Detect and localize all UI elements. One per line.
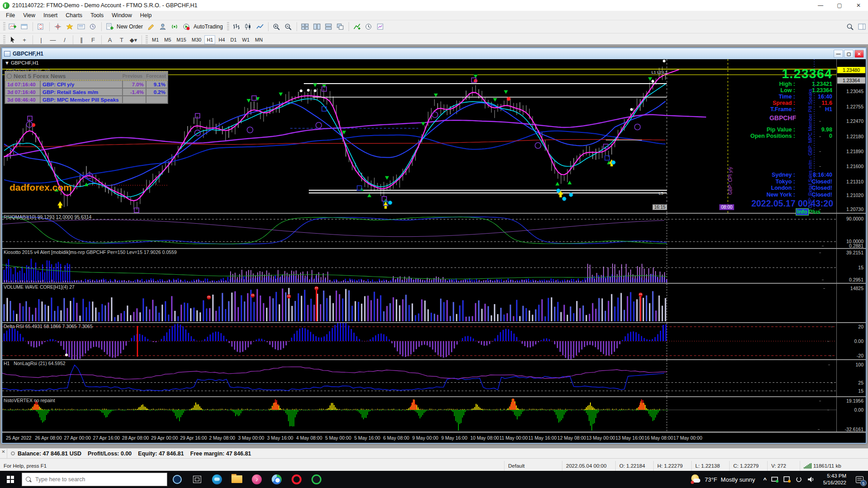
experts-icon[interactable] (158, 22, 169, 32)
cascade-icon[interactable] (335, 22, 346, 32)
templates-icon[interactable] (375, 22, 386, 32)
pane-rsiqma-scale[interactable]: 90.000010.00000.2881 (836, 214, 866, 248)
taskbar-app-opera[interactable] (287, 471, 307, 488)
autotrading-label[interactable]: AutoTrading (193, 23, 223, 30)
action-center-button[interactable]: 5 (851, 471, 868, 488)
tile-windows-icon[interactable] (300, 22, 311, 32)
layout-icon[interactable] (857, 22, 868, 32)
search-icon[interactable] (845, 22, 856, 32)
fibonacci-tool-icon[interactable]: F (88, 35, 99, 45)
chart-body[interactable]: GBP: CPI y/yGBP: Retail Sales m/m - GBP:… (2, 59, 866, 443)
chart-minimize-button[interactable]: — (834, 50, 843, 58)
display-tray-icon[interactable] (783, 476, 791, 483)
candlestick-chart-icon[interactable] (243, 22, 254, 32)
indicator-pane-histovertex[interactable]: histoVERTEX no repaint19.19560.00-32.616… (2, 397, 866, 432)
signals-icon[interactable] (170, 22, 180, 32)
histovertex-plot[interactable] (2, 397, 836, 432)
menu-help[interactable]: Help (136, 11, 156, 19)
delta-plot[interactable] (2, 323, 836, 359)
menu-view[interactable]: View (19, 11, 39, 19)
balance-bar-close[interactable]: ✕ (0, 449, 7, 458)
indicator-pane-rsiqma[interactable]: RSIQMA[5](10) 99.1293 12.0000 95.631490.… (2, 214, 866, 248)
menu-charts[interactable]: Charts (61, 11, 86, 19)
indicator-pane-kiosotto[interactable]: Kiosotto 2015 v4 Alert [mobidik]ms-nrp G… (2, 249, 866, 283)
arrange-horizontal-icon[interactable] (323, 22, 334, 32)
tray-expand-icon[interactable]: ^ (763, 476, 767, 483)
new-order-icon[interactable] (104, 22, 115, 32)
market-watch-icon[interactable] (36, 22, 47, 32)
pane-splitter[interactable] (2, 396, 866, 397)
taskbar-app-explorer[interactable] (227, 471, 247, 488)
indicator-pane-delta[interactable]: Delta RSI 65.4931 58.1866 7.3065 7.30652… (2, 323, 866, 359)
chart-window-titlebar[interactable]: GBPCHF,H1 — ▢ ✕ (2, 48, 866, 59)
pane-histovertex-scale[interactable]: 19.19560.00-32.6161 (836, 397, 866, 432)
menu-insert[interactable]: Insert (39, 11, 61, 19)
periods-icon[interactable] (363, 22, 374, 32)
strategy-tester-icon[interactable] (88, 22, 99, 32)
main-price-pane[interactable]: GBP: CPI y/yGBP: Retail Sales m/m - GBP:… (2, 59, 866, 213)
chart-restore-button[interactable]: ▢ (844, 50, 854, 58)
timeframe-h1[interactable]: H1 (204, 35, 215, 44)
close-button[interactable]: ✕ (849, 0, 868, 11)
pane-splitter[interactable] (2, 322, 866, 323)
network-tray-icon[interactable] (771, 476, 779, 483)
menu-file[interactable]: File (2, 11, 19, 19)
horizontal-line-tool-icon[interactable]: — (47, 35, 58, 45)
taskbar-app-chrome[interactable] (267, 471, 287, 488)
metaeditor-icon[interactable] (146, 22, 157, 32)
timeframe-w1[interactable]: W1 (240, 35, 252, 44)
indicator-pane-volume[interactable]: VOLUME WAVE CORE[H1](4) 2714825 (2, 284, 866, 322)
timeframe-h4[interactable]: H4 (216, 35, 227, 44)
timeframe-d1[interactable]: D1 (228, 35, 239, 44)
rsiqma-plot[interactable] (2, 214, 836, 248)
new-chart-icon[interactable] (7, 22, 18, 32)
task-view-button[interactable] (187, 471, 207, 488)
taskbar-weather[interactable]: 73°F Mostly sunny (686, 474, 760, 485)
shapes-tool-icon[interactable]: ◆▾ (128, 35, 139, 45)
menu-window[interactable]: Window (108, 11, 136, 19)
timeframe-mn[interactable]: MN (253, 35, 265, 44)
chart-close-button[interactable]: ✕ (854, 50, 864, 58)
volume-tray-icon[interactable] (807, 476, 815, 483)
text-tool-icon[interactable]: A (104, 35, 115, 45)
taskbar-app-music[interactable]: ♪ (247, 471, 267, 488)
cortana-button[interactable] (167, 471, 187, 488)
navigator-icon[interactable] (64, 22, 75, 32)
autotrading-icon[interactable] (181, 22, 192, 32)
menu-tools[interactable]: Tools (86, 11, 108, 19)
zoom-out-icon[interactable] (283, 22, 294, 32)
search-input[interactable] (35, 476, 148, 483)
crosshair-tool-icon[interactable]: + (19, 35, 30, 45)
start-button[interactable] (0, 471, 21, 488)
timeframe-m1[interactable]: M1 (150, 35, 161, 44)
arrange-vertical-icon[interactable] (311, 22, 322, 32)
vertical-line-tool-icon[interactable]: | (36, 35, 47, 45)
new-order-label[interactable]: New Order (117, 23, 143, 30)
timeframe-m30[interactable]: M30 (189, 35, 203, 44)
taskbar-app-green[interactable] (307, 471, 326, 488)
pane-splitter[interactable] (2, 432, 866, 432)
terminal-icon[interactable] (76, 22, 87, 32)
profiles-icon[interactable] (19, 22, 30, 32)
volume-plot[interactable] (2, 284, 836, 322)
price-scale[interactable]: 1.234801.233641.230451.227551.224701.221… (836, 59, 866, 213)
equidistant-channel-tool-icon[interactable]: ∥ (76, 35, 87, 45)
pane-delta-scale[interactable]: 200.00-20 (836, 323, 866, 359)
taskbar-search[interactable] (22, 473, 167, 486)
pane-splitter[interactable] (2, 283, 866, 284)
status-profile[interactable]: Default (505, 461, 562, 471)
minimize-button[interactable]: — (811, 0, 830, 11)
timeframe-m15[interactable]: M15 (175, 35, 189, 44)
nonlag-plot[interactable] (2, 360, 836, 396)
timeframe-m5[interactable]: M5 (162, 35, 173, 44)
pane-volume-scale[interactable]: 14825 (836, 284, 866, 322)
bar-chart-icon[interactable] (231, 22, 242, 32)
date-axis[interactable]: 25 Apr 202226 Apr 08:0027 Apr 00:0027 Ap… (2, 432, 866, 443)
indicators-icon[interactable] (352, 22, 363, 32)
pane-nonlag-scale[interactable]: 1002515 (836, 360, 866, 396)
chart-symbol-label[interactable]: ▼ GBPCHF,H1 (5, 60, 39, 66)
taskbar-app-edge[interactable] (207, 471, 227, 488)
taskbar-clock[interactable]: 5:43 PM 5/16/2022 (819, 473, 851, 486)
pane-kiosotto-scale[interactable]: 39.2151150.2951 (836, 249, 866, 283)
maximize-button[interactable]: ▢ (830, 0, 849, 11)
